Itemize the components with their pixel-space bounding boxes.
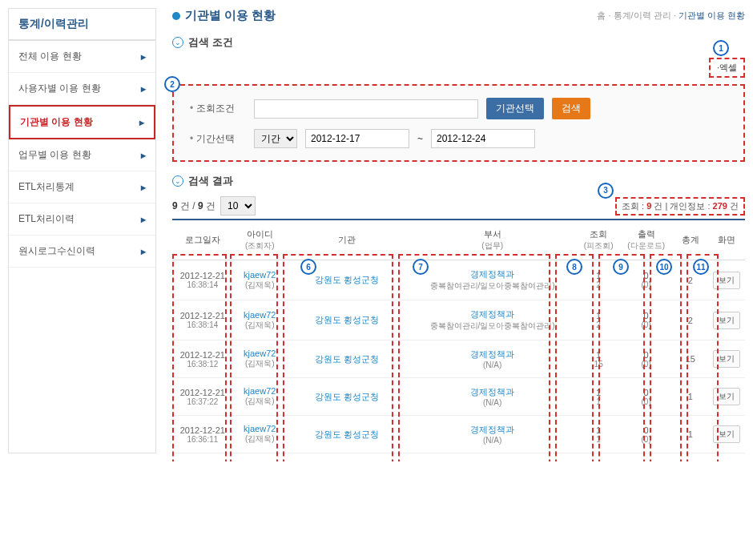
cell-view: 115: [577, 340, 620, 378]
sidebar-item-label: 원시로그수신이력: [18, 244, 95, 258]
cell-screen: 보기: [709, 416, 746, 453]
results-table-wrap: 로그일자 아이디(조회자) 기관 부서(업무) 조회(피조회) 출력(다운로드)…: [172, 220, 745, 453]
cell-dept: 경제정책과(N/A): [408, 378, 577, 416]
annotation-9: 9: [613, 259, 629, 275]
results-section-header: ⌄ 검색 결과: [172, 174, 745, 188]
cell-org: 강원도 횡성군청: [287, 378, 408, 416]
view-detail-button[interactable]: 보기: [713, 388, 740, 405]
page-size-select[interactable]: 10: [220, 196, 256, 216]
dept-link[interactable]: 경제정책과: [470, 349, 514, 359]
main-content: 기관별 이용 현황 홈 · 통계/이력 관리 · 기관별 이용 현황 ⌄ 검색 …: [172, 8, 745, 453]
period-type-select[interactable]: 기간: [254, 129, 297, 148]
table-header-row: 로그일자 아이디(조회자) 기관 부서(업무) 조회(피조회) 출력(다운로드)…: [172, 220, 745, 260]
cell-org: 강원도 횡성군청: [287, 340, 408, 378]
th-dept: 부서(업무): [408, 220, 577, 260]
date-to-input[interactable]: [431, 129, 535, 148]
view-detail-button[interactable]: 보기: [713, 272, 740, 289]
results-count: 9 건 / 9 건 10: [172, 196, 256, 216]
results-section-title: 검색 결과: [188, 174, 233, 188]
view-detail-button[interactable]: 보기: [713, 425, 740, 443]
sidebar-item-label: 업무별 이용 현황: [18, 148, 91, 162]
cell-view: 12: [577, 300, 620, 340]
cell-screen: 보기: [709, 260, 746, 300]
cell-dl: 0(0): [620, 300, 672, 340]
collapse-icon[interactable]: ⌄: [172, 37, 183, 48]
th-screen: 화면: [709, 220, 746, 260]
cell-org: 강원도 횡성군청: [287, 300, 408, 340]
user-id-link[interactable]: kjaew72: [244, 424, 276, 433]
org-link[interactable]: 강원도 횡성군청: [315, 354, 379, 364]
cell-id: kjaew72(김재욱): [233, 340, 287, 378]
sidebar-item-label: ETL처리이력: [18, 212, 74, 226]
chevron-right-icon: ▸: [141, 182, 146, 193]
sidebar-item-etl-history[interactable]: ETL처리이력 ▸: [9, 203, 155, 236]
sidebar-item-user-usage[interactable]: 사용자별 이용 현황 ▸: [9, 73, 155, 105]
view-detail-button[interactable]: 보기: [713, 312, 740, 329]
dept-link[interactable]: 경제정책과: [470, 309, 514, 319]
dept-link[interactable]: 경제정책과: [470, 387, 514, 397]
chevron-right-icon: ▸: [141, 51, 146, 62]
search-section-title: 검색 조건: [188, 35, 233, 50]
sidebar-item-label: 전체 이용 현황: [18, 50, 82, 63]
collapse-icon[interactable]: ⌄: [172, 175, 183, 187]
cell-log: 2012-12-2116:36:11: [172, 416, 233, 453]
org-link[interactable]: 강원도 횡성군청: [315, 315, 379, 324]
user-id-link[interactable]: kjaew72: [244, 270, 276, 280]
th-org: 기관: [287, 220, 408, 260]
dept-link[interactable]: 경제정책과: [470, 269, 514, 279]
cell-log: 2012-12-2116:37:22: [172, 378, 233, 416]
sidebar-item-rawlog-history[interactable]: 원시로그수신이력 ▸: [9, 236, 155, 268]
annotation-3: 3: [598, 183, 614, 199]
sidebar-item-org-usage[interactable]: 기관별 이용 현황 ▸: [9, 105, 155, 139]
cell-org: 강원도 횡성군청: [287, 416, 408, 453]
view-detail-button[interactable]: 보기: [713, 350, 740, 368]
org-link[interactable]: 강원도 횡성군청: [315, 275, 379, 284]
cell-log: 2012-12-2116:38:12: [172, 340, 233, 378]
period-label: 기간선택: [190, 132, 246, 146]
page-title: 기관별 이용 현황: [185, 8, 276, 23]
table-row: 2012-12-2116:36:11kjaew72(김재욱)강원도 횡성군청경제…: [172, 416, 745, 453]
cell-screen: 보기: [709, 378, 746, 416]
results-table: 로그일자 아이디(조회자) 기관 부서(업무) 조회(피조회) 출력(다운로드)…: [172, 220, 745, 453]
chevron-right-icon: ▸: [139, 117, 144, 128]
breadcrumb-mid[interactable]: 통계/이력 관리: [614, 10, 671, 20]
search-cond-input[interactable]: [254, 99, 478, 119]
page-header: 기관별 이용 현황 홈 · 통계/이력 관리 · 기관별 이용 현황: [172, 8, 745, 23]
sidebar-title: 통계/이력관리: [9, 9, 155, 41]
sidebar-item-all-usage[interactable]: 전체 이용 현황 ▸: [9, 41, 155, 73]
cell-sum: 2: [672, 300, 708, 340]
cell-dl: 0(0): [620, 340, 672, 378]
sidebar-item-label: ETL처리통계: [18, 180, 74, 194]
cell-dept: 경제정책과중복참여관리/일모아중복참여관리): [408, 300, 577, 340]
search-cond-label: 조회조건: [190, 102, 246, 115]
excel-export-button[interactable]: ·엑셀: [709, 58, 745, 78]
dept-link[interactable]: 경제정책과: [470, 425, 514, 434]
th-log: 로그일자: [172, 220, 233, 260]
table-row: 2012-12-2116:38:12kjaew72(김재욱)강원도 횡성군청경제…: [172, 340, 745, 378]
chevron-right-icon: ▸: [141, 150, 146, 161]
search-button[interactable]: 검색: [552, 98, 590, 119]
cell-screen: 보기: [709, 300, 746, 340]
user-id-link[interactable]: kjaew72: [244, 348, 276, 358]
cell-log: 2012-12-2116:38:14: [172, 300, 233, 340]
annotation-11: 11: [693, 259, 709, 275]
sidebar-item-etl-stats[interactable]: ETL처리통계 ▸: [9, 171, 155, 203]
breadcrumb-current: 기관별 이용 현황: [679, 10, 745, 20]
cell-dept: 경제정책과(N/A): [408, 340, 577, 378]
org-link[interactable]: 강원도 횡성군청: [315, 392, 379, 401]
annotation-1: 1: [713, 40, 729, 56]
sidebar: 통계/이력관리 전체 이용 현황 ▸ 사용자별 이용 현황 ▸ 기관별 이용 현…: [8, 8, 156, 453]
cell-id: kjaew72(김재욱): [233, 378, 287, 416]
date-from-input[interactable]: [305, 129, 409, 148]
chevron-right-icon: ▸: [141, 246, 146, 257]
chevron-right-icon: ▸: [141, 83, 146, 95]
breadcrumb-home[interactable]: 홈: [597, 10, 606, 20]
user-id-link[interactable]: kjaew72: [244, 310, 276, 320]
org-select-button[interactable]: 기관선택: [486, 98, 544, 119]
search-section-header: ⌄ 검색 조건: [172, 35, 745, 50]
org-link[interactable]: 강원도 횡성군청: [315, 429, 379, 439]
cell-sum: 15: [672, 340, 708, 378]
user-id-link[interactable]: kjaew72: [244, 386, 276, 396]
results-summary: 조회 : 9 건 | 개인정보 : 279 건: [615, 197, 745, 216]
sidebar-item-task-usage[interactable]: 업무별 이용 현황 ▸: [9, 139, 155, 171]
